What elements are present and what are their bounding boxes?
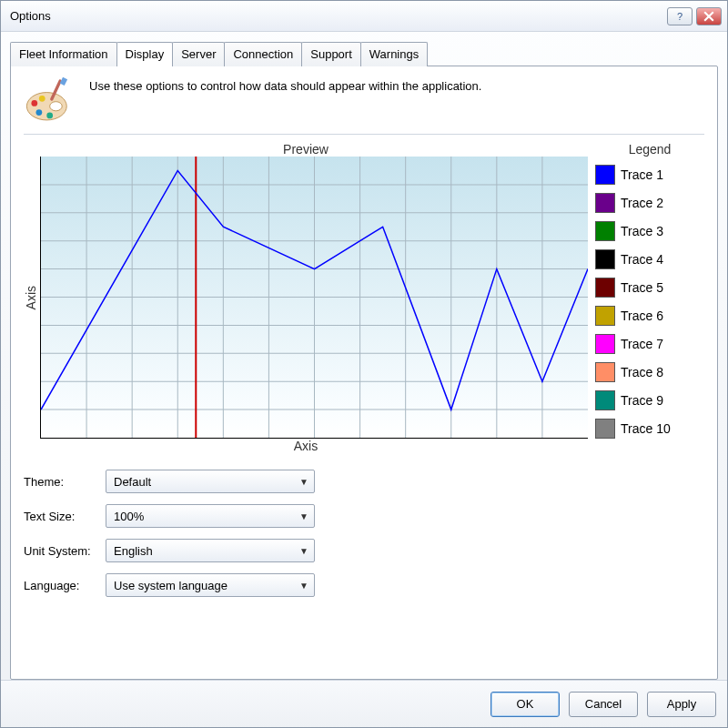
titlebar-controls: ? [667,7,722,25]
legend-item[interactable]: Trace 2 [595,188,704,217]
close-button[interactable] [696,7,722,25]
tab-warnings[interactable]: Warnings [360,42,428,66]
theme-value: Default [114,475,151,489]
content-area: Fleet InformationDisplayServerConnection… [1,32,727,680]
tab-pane-display: Use these options to control how data sh… [10,66,718,680]
titlebar: Options ? [1,1,727,32]
legend-swatch [595,165,615,185]
legend-item[interactable]: Trace 6 [595,301,704,329]
legend-label: Trace 2 [621,196,663,210]
tab-support[interactable]: Support [301,42,361,66]
ok-button[interactable]: OK [490,692,560,717]
textsize-value: 100% [114,510,144,523]
divider [24,134,704,135]
close-icon [703,11,714,22]
legend-label: Trace 3 [621,224,663,238]
chevron-down-icon: ▼ [299,546,308,556]
svg-point-4 [46,113,53,119]
ok-button-label: OK [517,697,534,711]
legend-item[interactable]: Trace 7 [595,329,704,358]
legend-item[interactable]: Trace 9 [595,386,704,414]
axis-label-x: Axis [24,439,588,453]
unitsystem-select[interactable]: English ▼ [106,539,315,562]
legend-item[interactable]: Trace 8 [595,358,704,386]
legend-label: Trace 6 [621,308,663,323]
legend-swatch [595,362,615,382]
legend-list: Trace 1Trace 2Trace 3Trace 4Trace 5Trace… [595,160,704,442]
svg-point-5 [39,96,46,102]
legend-swatch [595,390,615,410]
help-icon: ? [677,11,682,22]
legend-column: Legend Trace 1Trace 2Trace 3Trace 4Trace… [595,142,704,453]
palette-icon [24,76,73,125]
options-dialog: Options ? Fleet InformationDisplayServer… [0,0,728,728]
window-title: Options [6,9,667,23]
intro-row: Use these options to control how data sh… [24,76,704,125]
language-select[interactable]: Use system language ▼ [106,573,315,597]
theme-label: Theme: [24,475,106,489]
tab-display[interactable]: Display [116,42,174,66]
svg-point-2 [31,100,37,106]
svg-point-1 [50,102,63,111]
unitsystem-value: English [114,544,153,558]
legend-label: Trace 10 [621,421,671,436]
legend-label: Trace 4 [621,252,663,267]
tab-connection[interactable]: Connection [224,42,302,66]
legend-swatch [595,278,615,298]
unitsystem-label: Unit System: [24,544,106,558]
dialog-footer: OK Cancel Apply [1,680,727,727]
textsize-select[interactable]: 100% ▼ [106,504,315,528]
language-label: Language: [24,579,106,592]
legend-label: Trace 9 [621,393,663,408]
chart-column: Preview Axis Axis [24,142,588,453]
legend-item[interactable]: Trace 4 [595,245,704,273]
tab-server[interactable]: Server [172,42,225,66]
legend-label: Trace 1 [621,167,663,182]
legend-swatch [595,249,615,269]
tab-fleet-information[interactable]: Fleet Information [10,42,117,66]
legend-swatch [595,193,615,213]
legend-item[interactable]: Trace 1 [595,160,704,188]
legend-label: Trace 7 [621,337,663,351]
preview-block: Preview Axis Axis Legend Trace 1Trace 2T… [24,142,704,453]
help-button[interactable]: ? [667,7,693,25]
legend-swatch [595,334,615,354]
legend-title: Legend [595,142,704,157]
language-value: Use system language [114,579,228,592]
axis-label-y: Axis [24,286,40,309]
chart-wrap: Axis [24,157,588,439]
apply-button-label: Apply [667,697,697,711]
apply-button[interactable]: Apply [647,692,716,717]
form-area: Theme: Default ▼ Text Size: 100% ▼ Unit … [24,470,704,597]
legend-item[interactable]: Trace 3 [595,217,704,245]
theme-select[interactable]: Default ▼ [106,470,315,493]
preview-chart [40,157,588,439]
legend-swatch [595,221,615,241]
chevron-down-icon: ▼ [299,477,308,487]
svg-point-3 [36,109,43,116]
legend-item[interactable]: Trace 5 [595,273,704,301]
chart-title: Preview [24,142,588,157]
intro-text: Use these options to control how data sh… [89,76,481,93]
chevron-down-icon: ▼ [299,511,308,521]
legend-swatch [595,306,615,326]
cancel-button[interactable]: Cancel [569,692,638,717]
cancel-button-label: Cancel [585,697,622,711]
legend-item[interactable]: Trace 10 [595,414,704,442]
legend-label: Trace 8 [621,365,663,379]
textsize-label: Text Size: [24,510,106,523]
legend-label: Trace 5 [621,280,663,295]
tab-strip: Fleet InformationDisplayServerConnection… [10,42,718,66]
legend-swatch [595,419,615,439]
chevron-down-icon: ▼ [299,581,308,591]
